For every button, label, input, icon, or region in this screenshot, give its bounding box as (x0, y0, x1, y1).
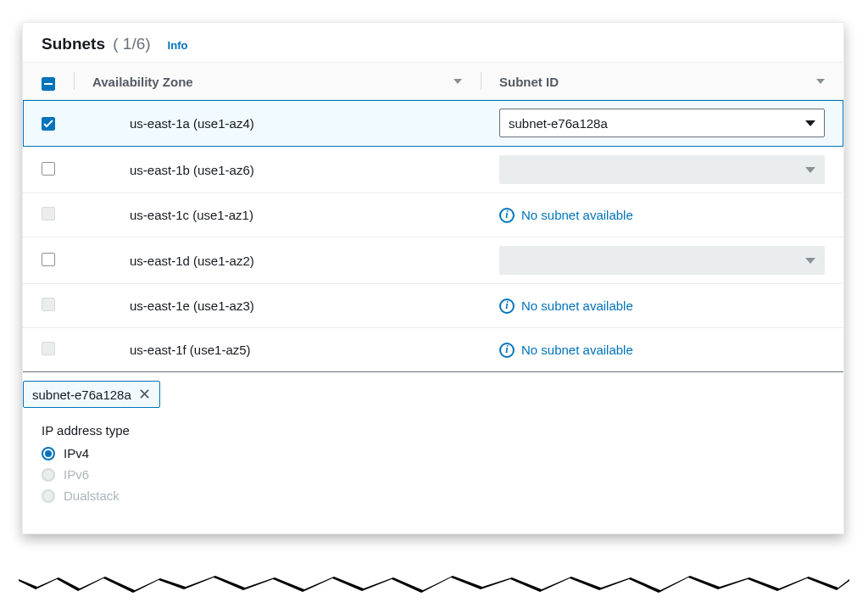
column-header-subnet[interactable]: Subnet ID (499, 75, 559, 89)
no-subnet-message: i No subnet available (499, 343, 825, 358)
ip-option-dualstack: Dualstack (42, 485, 825, 506)
no-subnet-text: No subnet available (521, 208, 633, 222)
table-row: us-east-1b (use1-az6) (23, 147, 843, 193)
info-link[interactable]: Info (168, 39, 188, 52)
subnet-select[interactable]: subnet-e76a128a (499, 109, 825, 137)
availability-zone: us-east-1b (use1-az6) (92, 163, 462, 177)
chevron-down-icon (805, 258, 815, 264)
info-icon: i (499, 343, 515, 358)
sort-icon[interactable] (453, 79, 462, 84)
ip-address-type-section: IP address type IPv4 IPv6 Dualstack (23, 416, 843, 533)
row-checkbox[interactable] (42, 253, 55, 266)
row-checkbox-disabled (42, 342, 55, 355)
table-row: us-east-1f (use1-az5) i No subnet availa… (23, 328, 843, 372)
close-icon[interactable]: ✕ (138, 387, 151, 402)
radio-label: Dualstack (64, 488, 120, 503)
subnet-select-disabled (499, 155, 825, 184)
panel-title: Subnets ( 1/6) (42, 35, 151, 53)
selected-subnets-tokens: subnet-e76a128a ✕ (23, 371, 843, 416)
table-row: us-east-1c (use1-az1) i No subnet availa… (23, 193, 843, 237)
availability-zone: us-east-1e (use1-az3) (92, 298, 462, 313)
column-header-az[interactable]: Availability Zone (92, 75, 193, 89)
info-icon: i (499, 208, 515, 223)
availability-zone: us-east-1f (use1-az5) (92, 343, 462, 357)
radio-icon (42, 447, 55, 460)
ip-option-ipv6: IPv6 (42, 464, 825, 485)
radio-label: IPv4 (64, 446, 89, 460)
radio-label: IPv6 (64, 467, 89, 482)
subnets-table: Availability Zone Subnet ID (23, 63, 843, 372)
subnet-token-label: subnet-e76a128a (32, 388, 131, 402)
ip-address-type-label: IP address type (42, 423, 825, 438)
row-checkbox[interactable] (42, 162, 55, 176)
info-icon: i (499, 298, 515, 314)
panel-title-text: Subnets (42, 35, 105, 53)
availability-zone: us-east-1d (use1-az2) (92, 254, 462, 268)
row-checkbox-disabled (42, 298, 55, 311)
svg-rect-0 (44, 83, 53, 85)
table-row: us-east-1d (use1-az2) (23, 237, 843, 284)
torn-edge-decoration (19, 574, 849, 596)
row-checkbox-disabled (42, 207, 55, 220)
subnet-token: subnet-e76a128a ✕ (23, 381, 160, 408)
radio-icon (42, 489, 55, 503)
select-all-checkbox[interactable] (42, 77, 55, 91)
panel-count: ( 1/6) (113, 35, 150, 53)
row-checkbox[interactable] (42, 117, 55, 131)
chevron-down-icon (805, 120, 815, 126)
table-row: us-east-1a (use1-az4) subnet-e76a128a (23, 100, 843, 147)
ip-option-ipv4[interactable]: IPv4 (42, 443, 825, 464)
panel-header: Subnets ( 1/6) Info (23, 23, 843, 63)
sort-icon[interactable] (816, 79, 825, 84)
availability-zone: us-east-1a (use1-az4) (92, 116, 462, 131)
availability-zone: us-east-1c (use1-az1) (92, 208, 462, 222)
subnet-select-value: subnet-e76a128a (509, 116, 608, 131)
no-subnet-message: i No subnet available (499, 298, 825, 314)
chevron-down-icon (805, 167, 815, 173)
radio-icon (42, 468, 55, 482)
subnet-select-disabled (499, 246, 825, 275)
no-subnet-message: i No subnet available (499, 208, 825, 223)
no-subnet-text: No subnet available (521, 298, 633, 313)
no-subnet-text: No subnet available (521, 343, 633, 357)
table-row: us-east-1e (use1-az3) i No subnet availa… (23, 284, 843, 328)
